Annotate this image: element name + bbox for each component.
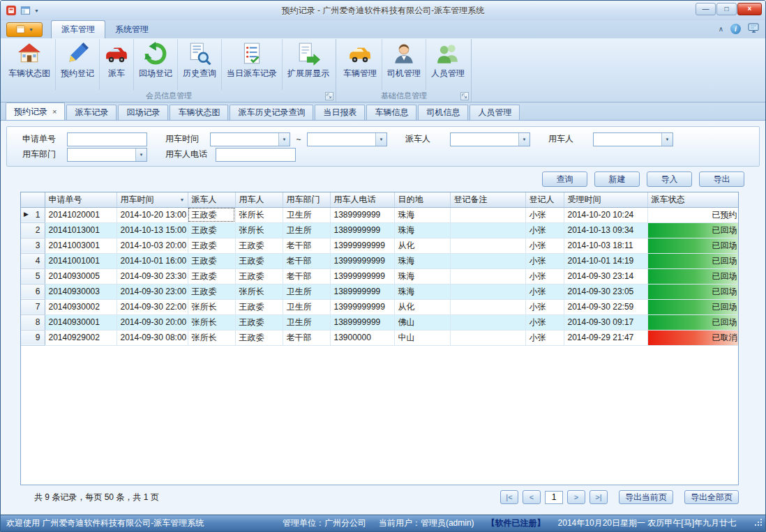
help-icon[interactable]: i	[730, 24, 741, 34]
cell-accept-time[interactable]: 2014-10-03 18:11	[564, 238, 647, 253]
chevron-down-icon[interactable]: ▼	[135, 149, 147, 161]
col-note[interactable]: 登记备注	[450, 192, 525, 207]
cell-accept-time[interactable]: 2014-09-30 23:05	[564, 284, 647, 299]
cell-phone[interactable]: 1389999999	[330, 284, 394, 299]
tab-return-records[interactable]: 回场记录	[118, 105, 168, 120]
cell-accept-time[interactable]: 2014-10-20 10:24	[564, 207, 647, 222]
cell-accept-time[interactable]: 2014-09-29 21:47	[564, 330, 647, 345]
col-order-no[interactable]: 申请单号	[45, 192, 117, 207]
cell-registrar[interactable]: 小张	[525, 284, 564, 299]
row-header[interactable]: 8	[21, 314, 45, 330]
table-row[interactable]: 8 20140930001 2014-09-30 20:00 张所长 王政委 卫…	[21, 314, 739, 330]
cell-status[interactable]: 已取消	[647, 330, 739, 345]
cell-order-no[interactable]: 20141003001	[45, 238, 117, 253]
cell-phone[interactable]: 1389999999	[330, 207, 394, 222]
cell-phone[interactable]: 1389999999	[330, 314, 394, 330]
cell-destination[interactable]: 珠海	[394, 253, 450, 268]
cell-use-time[interactable]: 2014-09-30 23:30	[117, 268, 188, 284]
cell-dispatcher[interactable]: 王政委	[188, 253, 235, 268]
column-filter-icon[interactable]: ▼	[180, 197, 185, 202]
cell-note[interactable]	[450, 207, 525, 222]
cell-registrar[interactable]: 小张	[525, 238, 564, 253]
export-button[interactable]: 导出	[699, 172, 744, 187]
return-register-button[interactable]: 回场登记	[134, 39, 178, 90]
col-accept-time[interactable]: 受理时间	[564, 192, 647, 207]
cell-order-no[interactable]: 20140930002	[45, 299, 117, 314]
cell-note[interactable]	[450, 222, 525, 238]
cell-use-time[interactable]: 2014-10-01 16:00	[117, 253, 188, 268]
cell-dispatcher[interactable]: 张所长	[188, 330, 235, 345]
extended-screen-button[interactable]: 扩展屏显示	[283, 39, 334, 90]
reservation-register-button[interactable]: 预约登记	[56, 39, 100, 90]
cell-status[interactable]: 已回场	[647, 314, 739, 330]
minimize-button[interactable]: —	[696, 3, 716, 15]
cell-accept-time[interactable]: 2014-09-30 09:17	[564, 314, 647, 330]
cell-dept[interactable]: 老干部	[283, 238, 330, 253]
table-row[interactable]: 2 20141013001 2014-10-13 15:00 王政委 张所长 卫…	[21, 222, 739, 238]
row-header[interactable]: ▶1	[21, 207, 45, 222]
cell-dept[interactable]: 老干部	[283, 330, 330, 345]
collapse-ribbon-icon[interactable]: ∧	[719, 25, 723, 33]
cell-destination[interactable]: 珠海	[394, 222, 450, 238]
cell-destination[interactable]: 珠海	[394, 284, 450, 299]
cell-user[interactable]: 王政委	[235, 268, 283, 284]
tab-driver-info[interactable]: 司机信息	[418, 105, 468, 120]
ribbon-tab-system-management[interactable]: 系统管理	[105, 21, 158, 38]
user-combo[interactable]: ▼	[593, 132, 673, 146]
col-dispatcher[interactable]: 派车人	[188, 192, 235, 207]
history-query-button[interactable]: 历史查询	[178, 39, 222, 90]
chevron-down-icon[interactable]: ▼	[375, 133, 386, 146]
row-header[interactable]: 6	[21, 284, 45, 299]
cell-note[interactable]	[450, 330, 525, 345]
cell-destination[interactable]: 中山	[394, 330, 450, 345]
cell-dept[interactable]: 卫生所	[283, 207, 330, 222]
cell-dispatcher[interactable]: 张所长	[188, 314, 235, 330]
quick-access-dropdown-icon[interactable]: ▼	[34, 8, 39, 13]
chevron-down-icon[interactable]: ▼	[661, 133, 673, 146]
cell-user[interactable]: 张所长	[235, 207, 283, 222]
cell-phone[interactable]: 13999999999	[330, 253, 394, 268]
row-header[interactable]: 9	[21, 330, 45, 345]
cell-status[interactable]: 已回场	[647, 299, 739, 314]
new-button[interactable]: 新建	[594, 172, 640, 187]
dispatcher-combo[interactable]: ▼	[450, 132, 530, 146]
table-row[interactable]: ▶1 20141020001 2014-10-20 13:00 王政委 张所长 …	[21, 207, 739, 222]
cell-dept[interactable]: 卫生所	[283, 284, 330, 299]
registered-link[interactable]: 【软件已注册】	[487, 517, 546, 529]
cell-dept[interactable]: 老干部	[283, 253, 330, 268]
row-header[interactable]: 3	[21, 238, 45, 253]
cell-note[interactable]	[450, 268, 525, 284]
close-button[interactable]: ×	[737, 3, 762, 15]
today-dispatch-records-button[interactable]: 当日派车记录	[222, 39, 283, 90]
cell-dispatcher[interactable]: 王政委	[188, 284, 235, 299]
cell-phone[interactable]: 13999999999	[330, 299, 394, 314]
table-row[interactable]: 3 20141003001 2014-10-03 20:00 王政委 王政委 老…	[21, 238, 739, 253]
personnel-management-button[interactable]: 人员管理	[426, 39, 470, 90]
cell-order-no[interactable]: 20141001001	[45, 253, 117, 268]
cell-dept[interactable]: 卫生所	[283, 314, 330, 330]
cell-dispatcher[interactable]: 张所长	[188, 299, 235, 314]
cell-dispatcher[interactable]: 王政委	[188, 238, 235, 253]
col-phone[interactable]: 用车人电话	[330, 192, 394, 207]
use-time-from-combo[interactable]: ▼	[210, 132, 290, 146]
row-header[interactable]: 2	[21, 222, 45, 238]
query-button[interactable]: 查询	[542, 172, 587, 187]
cell-registrar[interactable]: 小张	[525, 268, 564, 284]
first-page-button[interactable]: |<	[500, 490, 518, 504]
tab-dispatch-records[interactable]: 派车记录	[66, 105, 117, 120]
cell-order-no[interactable]: 20141013001	[45, 222, 117, 238]
chevron-down-icon[interactable]: ▼	[278, 133, 290, 146]
cell-status[interactable]: 已预约	[647, 207, 739, 222]
table-row[interactable]: 7 20140930002 2014-09-30 22:00 张所长 王政委 卫…	[21, 299, 739, 314]
phone-input[interactable]	[216, 148, 296, 162]
cell-user[interactable]: 王政委	[235, 330, 283, 345]
use-time-to-combo[interactable]: ▼	[307, 132, 387, 146]
tab-personnel-management[interactable]: 人员管理	[470, 105, 520, 120]
cell-user[interactable]: 王政委	[235, 238, 283, 253]
cell-registrar[interactable]: 小张	[525, 253, 564, 268]
driver-management-button[interactable]: 司机管理	[382, 39, 426, 90]
application-menu-button[interactable]: ▼	[6, 22, 43, 37]
cell-use-time[interactable]: 2014-09-30 08:00	[117, 330, 188, 345]
vehicle-management-button[interactable]: 车辆管理	[338, 39, 382, 90]
cell-order-no[interactable]: 20140929002	[45, 330, 117, 345]
